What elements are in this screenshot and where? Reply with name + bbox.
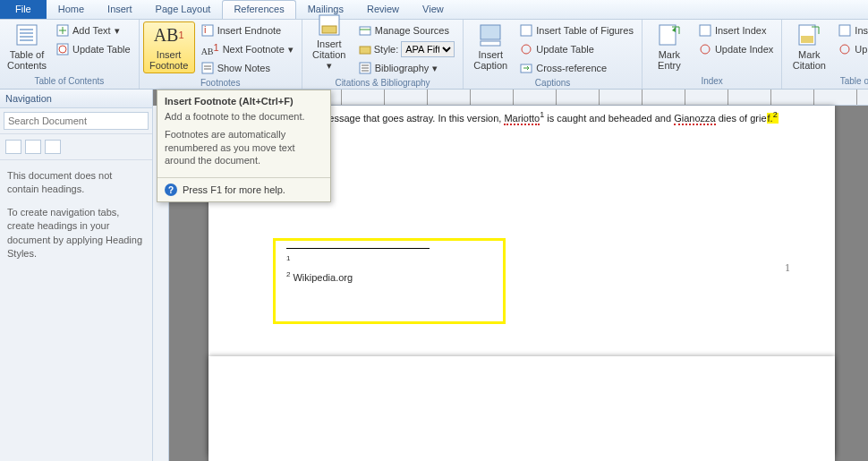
refresh-icon [699, 43, 711, 55]
insert-index-button[interactable]: Insert Index [694, 21, 778, 39]
update-toa-button[interactable]: Update Table [834, 40, 868, 58]
bibliography-button[interactable]: Bibliography ▾ [354, 59, 460, 77]
workspace: Navigation This document does not contai… [0, 90, 868, 461]
search-input[interactable] [4, 112, 149, 130]
refresh-icon [520, 43, 532, 55]
group-title-index: Index [646, 75, 778, 87]
page-number: 1 [785, 261, 790, 275]
nav-title: Navigation [0, 90, 152, 108]
tab-home[interactable]: Home [47, 0, 96, 19]
svg-point-27 [522, 45, 531, 54]
ab-icon: AB1 [201, 42, 219, 56]
svg-rect-0 [17, 25, 37, 45]
ribbon-tabs: File Home Insert Page Layout References … [0, 0, 868, 20]
tab-view[interactable]: View [411, 0, 455, 19]
manage-sources-button[interactable]: Manage Sources [354, 21, 460, 39]
refresh-icon [56, 43, 69, 55]
tab-page-layout[interactable]: Page Layout [144, 0, 223, 19]
crossref-icon [520, 62, 532, 74]
footnote-icon: AB1 [156, 22, 183, 47]
insert-tof-button[interactable]: Insert Table of Figures [515, 21, 638, 39]
citation-style-select[interactable]: Style:APA Fift [354, 40, 460, 58]
plus-icon [56, 24, 69, 37]
svg-rect-34 [839, 25, 850, 36]
svg-rect-24 [481, 25, 500, 39]
view-results-button[interactable] [45, 140, 61, 154]
misspell-gianozza[interactable]: Gianozza [674, 113, 715, 125]
update-index-button[interactable]: Update Index [694, 40, 778, 58]
svg-rect-26 [521, 25, 532, 36]
svg-rect-33 [801, 36, 813, 43]
tof-icon [520, 24, 532, 37]
show-notes-button[interactable]: Show Notes [197, 59, 298, 77]
toc-icon [13, 22, 40, 47]
insert-caption-button[interactable]: Insert Caption [467, 21, 514, 73]
tab-file[interactable]: File [0, 0, 47, 19]
style-dropdown[interactable]: APA Fift [401, 41, 455, 57]
biblio-icon [359, 62, 371, 74]
table-of-contents-button[interactable]: Table of Contents [4, 21, 50, 73]
group-title-toc: Table of Contents [4, 75, 135, 87]
misspell-mariotto[interactable]: Mariotto [504, 113, 540, 125]
group-captions: Insert Caption Insert Table of Figures U… [464, 20, 642, 89]
svg-rect-30 [700, 25, 711, 36]
svg-rect-17 [360, 27, 370, 35]
svg-text:i: i [204, 24, 206, 35]
page-2[interactable] [208, 356, 835, 461]
svg-rect-25 [481, 41, 500, 46]
next-footnote-button[interactable]: AB1Next Footnote ▾ [197, 40, 298, 58]
group-title-citations: Citations & Bibliography [306, 77, 460, 89]
endnote-icon: i [201, 24, 214, 37]
refresh-icon [838, 43, 851, 55]
update-toc-button[interactable]: Update Table [52, 40, 135, 58]
insert-footnote-button[interactable]: AB1 Insert Footnote [143, 21, 195, 73]
mark-entry-icon [656, 22, 683, 47]
index-icon [699, 24, 711, 37]
footnote-1[interactable]: 1 [286, 254, 492, 267]
footnote-ref-2[interactable]: 2 [773, 111, 778, 120]
citation-icon [316, 13, 343, 37]
tab-insert[interactable]: Insert [96, 0, 144, 19]
svg-rect-29 [660, 25, 676, 45]
tooltip-title: Insert Footnote (Alt+Ctrl+F) [157, 90, 330, 110]
manage-icon [359, 24, 371, 37]
cross-reference-button[interactable]: Cross-reference [515, 59, 638, 77]
group-footnotes: AB1 Insert Footnote iInsert Endnote AB1N… [140, 20, 302, 89]
notes-icon [201, 62, 214, 74]
group-title-footnotes: Footnotes [143, 77, 298, 89]
tooltip-line1: Add a footnote to the document. [165, 110, 323, 123]
mark-citation-button[interactable]: Mark Citation [786, 21, 832, 73]
mark-citation-icon [796, 22, 822, 47]
tooltip-insert-footnote: Insert Footnote (Alt+Ctrl+F) Add a footn… [157, 90, 331, 202]
style-icon [359, 43, 371, 55]
insert-citation-button[interactable]: Insert Citation ▾ [306, 21, 353, 73]
svg-point-35 [840, 45, 849, 54]
mark-entry-button[interactable]: Mark Entry [646, 21, 693, 73]
tab-references[interactable]: References [222, 0, 295, 19]
group-toa: Mark Citation Insert Table of Authoritie… [782, 20, 868, 89]
document-body[interactable]: the crucial message that goes astray. In… [273, 109, 799, 127]
group-citations: Insert Citation ▾ Manage Sources Style:A… [302, 20, 464, 89]
svg-point-31 [701, 45, 710, 54]
tab-review[interactable]: Review [355, 0, 411, 19]
ribbon: Table of Contents Add Text ▾ Update Tabl… [0, 20, 868, 90]
svg-rect-12 [202, 63, 213, 73]
view-headings-button[interactable] [5, 140, 21, 154]
tooltip-help: Press F1 for more help. [183, 184, 285, 195]
nav-view-switcher [0, 134, 152, 160]
navigation-pane: Navigation This document does not contai… [0, 90, 153, 461]
insert-toa-button[interactable]: Insert Table of Authorities [834, 21, 868, 39]
footnote-2[interactable]: 2Wikipedia.org [286, 270, 492, 283]
update-captions-button[interactable]: Update Table [515, 40, 638, 58]
svg-rect-16 [322, 26, 336, 33]
insert-endnote-button[interactable]: iInsert Endnote [197, 21, 298, 39]
footnote-area-highlight: 1 2Wikipedia.org [273, 238, 506, 324]
nav-message: This document does not contain headings.… [0, 160, 152, 278]
view-pages-button[interactable] [25, 140, 41, 154]
tooltip-line2: Footnotes are automatically renumbered a… [165, 128, 323, 166]
toc-label: Table of Contents [7, 49, 47, 71]
add-text-button[interactable]: Add Text ▾ [52, 21, 135, 39]
group-toc: Table of Contents Add Text ▾ Update Tabl… [0, 20, 140, 89]
footnote-divider [286, 248, 430, 249]
toa-icon [838, 24, 851, 37]
